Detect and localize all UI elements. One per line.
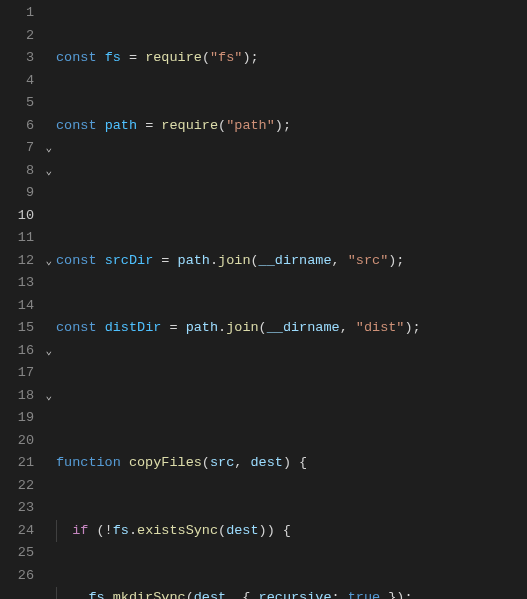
- fold-chevron-icon[interactable]: ⌄: [45, 250, 52, 273]
- fold-chevron-icon[interactable]: ⌄: [45, 340, 52, 363]
- code-line[interactable]: const distDir = path.join(__dirname, "di…: [56, 317, 527, 340]
- line-number: 24: [0, 520, 54, 543]
- line-number: 9: [0, 182, 54, 205]
- line-number: 2: [0, 25, 54, 48]
- code-editor: 1 2 3 4 5 6 7⌄ 8⌄ 9 10 11 12⌄ 13 14 15 1…: [0, 0, 527, 599]
- line-number: 25: [0, 542, 54, 565]
- line-number: 13: [0, 272, 54, 295]
- fold-chevron-icon[interactable]: ⌄: [45, 160, 52, 183]
- code-line[interactable]: fs.mkdirSync(dest, { recursive: true });: [56, 587, 527, 599]
- line-number: 6: [0, 115, 54, 138]
- line-number: 12⌄: [0, 250, 54, 273]
- fold-chevron-icon[interactable]: ⌄: [45, 137, 52, 160]
- line-number: 20: [0, 430, 54, 453]
- line-number: 4: [0, 70, 54, 93]
- code-line[interactable]: if (!fs.existsSync(dest)) {: [56, 520, 527, 543]
- line-number: 7⌄: [0, 137, 54, 160]
- code-line[interactable]: const path = require("path");: [56, 115, 527, 138]
- code-line[interactable]: [56, 385, 527, 408]
- line-number: 26: [0, 565, 54, 588]
- code-area[interactable]: const fs = require("fs"); const path = r…: [54, 0, 527, 599]
- code-line[interactable]: function copyFiles(src, dest) {: [56, 452, 527, 475]
- line-number: 22: [0, 475, 54, 498]
- line-number: 14: [0, 295, 54, 318]
- line-number: 16⌄: [0, 340, 54, 363]
- fold-chevron-icon[interactable]: ⌄: [45, 385, 52, 408]
- line-number: 11: [0, 227, 54, 250]
- line-number: 23: [0, 497, 54, 520]
- line-number: 17: [0, 362, 54, 385]
- line-number: 3: [0, 47, 54, 70]
- code-line[interactable]: const srcDir = path.join(__dirname, "src…: [56, 250, 527, 273]
- line-number: 19: [0, 407, 54, 430]
- code-line[interactable]: const fs = require("fs");: [56, 47, 527, 70]
- line-number: 15: [0, 317, 54, 340]
- line-number: 10: [0, 205, 54, 228]
- line-number: 18⌄: [0, 385, 54, 408]
- gutter: 1 2 3 4 5 6 7⌄ 8⌄ 9 10 11 12⌄ 13 14 15 1…: [0, 0, 54, 599]
- code-line[interactable]: [56, 182, 527, 205]
- line-number: 1: [0, 2, 54, 25]
- line-number: 8⌄: [0, 160, 54, 183]
- line-number: 21: [0, 452, 54, 475]
- line-number: 5: [0, 92, 54, 115]
